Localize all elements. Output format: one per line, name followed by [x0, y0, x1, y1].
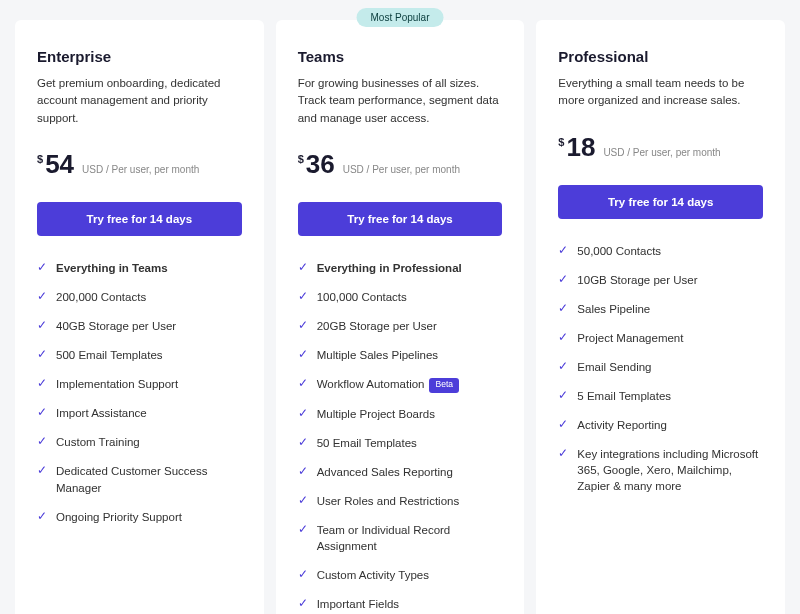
feature-item: ✓40GB Storage per User — [37, 318, 242, 334]
price-unit: USD / Per user, per month — [603, 147, 720, 158]
feature-item: ✓Custom Training — [37, 434, 242, 450]
feature-item: ✓Multiple Sales Pipelines — [298, 347, 503, 363]
check-icon: ✓ — [37, 318, 47, 334]
feature-text-wrap: Import Assistance — [56, 405, 147, 421]
feature-text: Team or Individual Record Assignment — [317, 524, 451, 552]
check-icon: ✓ — [37, 289, 47, 305]
plan-description: Everything a small team needs to be more… — [558, 75, 763, 110]
beta-badge: Beta — [429, 378, 459, 393]
check-icon: ✓ — [298, 347, 308, 363]
check-icon: ✓ — [298, 260, 308, 276]
check-icon: ✓ — [298, 318, 308, 334]
check-icon: ✓ — [37, 463, 47, 479]
feature-item: ✓Workflow AutomationBeta — [298, 376, 503, 392]
feature-text-wrap: Implementation Support — [56, 376, 178, 392]
feature-text-wrap: Email Sending — [577, 359, 651, 375]
feature-item: ✓Advanced Sales Reporting — [298, 464, 503, 480]
feature-text-wrap: Project Management — [577, 330, 683, 346]
feature-item: ✓100,000 Contacts — [298, 289, 503, 305]
feature-item: ✓Team or Individual Record Assignment — [298, 522, 503, 554]
check-icon: ✓ — [298, 522, 308, 538]
feature-text-wrap: Team or Individual Record Assignment — [317, 522, 503, 554]
feature-item: ✓Email Sending — [558, 359, 763, 375]
check-icon: ✓ — [558, 272, 568, 288]
pricing-container: EnterpriseGet premium onboarding, dedica… — [15, 20, 785, 614]
feature-text: 20GB Storage per User — [317, 320, 437, 332]
feature-text: Implementation Support — [56, 378, 178, 390]
features-list: ✓Everything in Professional✓100,000 Cont… — [298, 260, 503, 613]
price-row: $54USD / Per user, per month — [37, 149, 242, 180]
feature-item: ✓Key integrations including Microsoft 36… — [558, 446, 763, 494]
feature-text: Project Management — [577, 332, 683, 344]
feature-text-wrap: Custom Activity Types — [317, 567, 429, 583]
feature-text-wrap: Multiple Project Boards — [317, 406, 435, 422]
check-icon: ✓ — [298, 493, 308, 509]
try-free-button[interactable]: Try free for 14 days — [37, 202, 242, 236]
check-icon: ✓ — [298, 289, 308, 305]
feature-text: Dedicated Customer Success Manager — [56, 465, 207, 493]
feature-text: Key integrations including Microsoft 365… — [577, 448, 758, 492]
feature-text: 100,000 Contacts — [317, 291, 407, 303]
feature-text: Multiple Sales Pipelines — [317, 349, 438, 361]
check-icon: ✓ — [298, 376, 308, 392]
feature-item: ✓Implementation Support — [37, 376, 242, 392]
feature-item: ✓50,000 Contacts — [558, 243, 763, 259]
feature-item: ✓User Roles and Restrictions — [298, 493, 503, 509]
check-icon: ✓ — [298, 596, 308, 612]
plan-title: Professional — [558, 48, 763, 65]
feature-text: Everything in Professional — [317, 262, 462, 274]
feature-item: ✓Ongoing Priority Support — [37, 509, 242, 525]
plan-description: Get premium onboarding, dedicated accoun… — [37, 75, 242, 127]
feature-text: Multiple Project Boards — [317, 408, 435, 420]
check-icon: ✓ — [37, 509, 47, 525]
currency-symbol: $ — [37, 153, 43, 165]
popular-badge: Most Popular — [357, 8, 444, 27]
feature-text: Custom Activity Types — [317, 569, 429, 581]
feature-text: Custom Training — [56, 436, 140, 448]
feature-text-wrap: Ongoing Priority Support — [56, 509, 182, 525]
feature-text-wrap: 10GB Storage per User — [577, 272, 697, 288]
feature-text: Email Sending — [577, 361, 651, 373]
pricing-card-teams: Most PopularTeamsFor growing businesses … — [276, 20, 525, 614]
price-row: $36USD / Per user, per month — [298, 149, 503, 180]
feature-item: ✓Custom Activity Types — [298, 567, 503, 583]
feature-text: 50 Email Templates — [317, 437, 417, 449]
features-list: ✓Everything in Teams✓200,000 Contacts✓40… — [37, 260, 242, 525]
check-icon: ✓ — [37, 347, 47, 363]
try-free-button[interactable]: Try free for 14 days — [558, 185, 763, 219]
feature-text-wrap: 200,000 Contacts — [56, 289, 146, 305]
feature-item: ✓Sales Pipeline — [558, 301, 763, 317]
currency-symbol: $ — [558, 136, 564, 148]
check-icon: ✓ — [298, 406, 308, 422]
price-row: $18USD / Per user, per month — [558, 132, 763, 163]
feature-text-wrap: 40GB Storage per User — [56, 318, 176, 334]
check-icon: ✓ — [37, 434, 47, 450]
feature-item: ✓Multiple Project Boards — [298, 406, 503, 422]
check-icon: ✓ — [298, 567, 308, 583]
try-free-button[interactable]: Try free for 14 days — [298, 202, 503, 236]
feature-text: Everything in Teams — [56, 262, 168, 274]
feature-item: ✓Important Fields — [298, 596, 503, 612]
feature-text-wrap: Everything in Teams — [56, 260, 168, 276]
feature-text-wrap: 50,000 Contacts — [577, 243, 661, 259]
feature-text: Important Fields — [317, 598, 399, 610]
feature-text-wrap: Sales Pipeline — [577, 301, 650, 317]
feature-text: 500 Email Templates — [56, 349, 163, 361]
price-amount: 18 — [566, 132, 595, 163]
feature-text: Workflow Automation — [317, 378, 425, 390]
feature-text: 200,000 Contacts — [56, 291, 146, 303]
feature-text-wrap: 20GB Storage per User — [317, 318, 437, 334]
feature-text-wrap: Multiple Sales Pipelines — [317, 347, 438, 363]
pricing-card-professional: ProfessionalEverything a small team need… — [536, 20, 785, 614]
check-icon: ✓ — [558, 388, 568, 404]
feature-item: ✓Activity Reporting — [558, 417, 763, 433]
check-icon: ✓ — [558, 243, 568, 259]
price-unit: USD / Per user, per month — [82, 164, 199, 175]
feature-text: Ongoing Priority Support — [56, 511, 182, 523]
check-icon: ✓ — [558, 417, 568, 433]
feature-item: ✓Import Assistance — [37, 405, 242, 421]
feature-item: ✓Dedicated Customer Success Manager — [37, 463, 242, 495]
feature-text: Sales Pipeline — [577, 303, 650, 315]
feature-text: 40GB Storage per User — [56, 320, 176, 332]
plan-title: Enterprise — [37, 48, 242, 65]
